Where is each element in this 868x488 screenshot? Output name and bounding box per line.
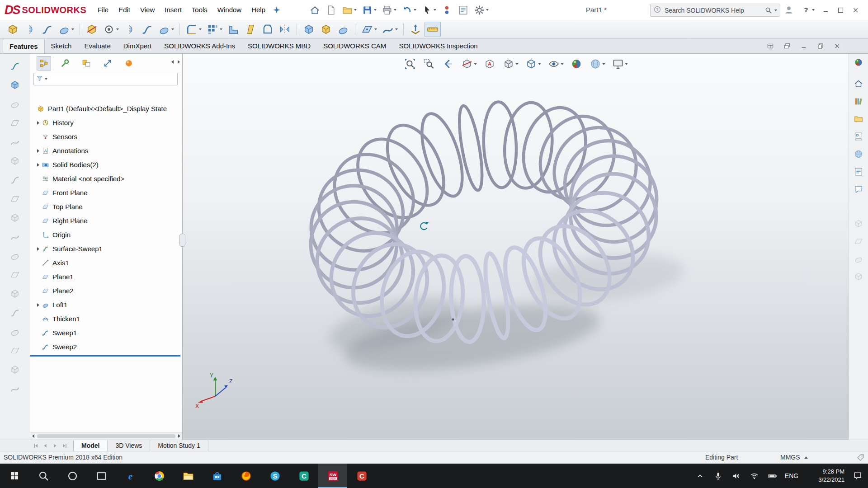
untrim-surface-button[interactable] [8, 268, 22, 282]
tab-3d-views[interactable]: 3D Views [108, 440, 150, 451]
menu-edit[interactable]: Edit [113, 0, 135, 20]
previous-view-button[interactable] [440, 56, 456, 71]
view-palette-button[interactable] [852, 130, 865, 143]
taskbar-search-button[interactable] [29, 464, 58, 488]
view-orientation-button[interactable] [500, 56, 520, 71]
section-view-button[interactable] [459, 56, 478, 71]
tab-model[interactable]: Model [73, 440, 108, 451]
extend-surface-button[interactable] [8, 230, 22, 244]
hidden-icons-button[interactable] [691, 462, 709, 488]
menu-file[interactable]: File [93, 0, 113, 20]
zoom-to-area-button[interactable] [421, 56, 437, 71]
hide-show-items-button[interactable] [546, 56, 565, 71]
pane-tool-2-button[interactable] [852, 235, 865, 248]
revolved-boss-base-button[interactable] [22, 22, 38, 37]
swept-surface-button[interactable] [8, 59, 22, 73]
expand-arrow[interactable] [35, 149, 42, 153]
user-account-button[interactable] [782, 4, 796, 16]
edit-appearance-button[interactable] [568, 56, 584, 71]
close-window-button[interactable] [850, 5, 861, 15]
instant3d-button[interactable] [407, 22, 424, 37]
measure-button[interactable] [425, 22, 441, 37]
file-properties-button[interactable] [456, 3, 471, 17]
previous-tab-button[interactable] [41, 442, 50, 450]
extruded-boss-base-button[interactable] [5, 22, 21, 37]
task-pane-welcome-button[interactable] [852, 56, 865, 69]
tree-item-axis1[interactable]: Axis1 [35, 256, 182, 270]
tree-item-origin[interactable]: Origin [35, 228, 182, 242]
menu-insert[interactable]: Insert [160, 0, 187, 20]
appearances-scenes-button[interactable] [852, 148, 865, 160]
replace-face-button[interactable] [8, 382, 22, 395]
displaymanager-tab[interactable] [122, 56, 136, 70]
unit-system-selector[interactable]: MMGS [780, 454, 808, 461]
tab-sketch[interactable]: Sketch [45, 39, 78, 53]
network-button[interactable] [745, 462, 763, 488]
open-document-button[interactable] [340, 3, 359, 17]
tab-motion-study-1[interactable]: Motion Study 1 [150, 440, 208, 451]
menu-help[interactable]: Help [246, 0, 270, 20]
dimxpertmanager-tab[interactable] [100, 56, 115, 70]
tab-features[interactable]: Features [3, 39, 45, 53]
tree-item-material-not-specified[interactable]: Material <not specified> [35, 172, 182, 186]
tree-item-surface-sweep1[interactable]: Surface-Sweep1 [35, 242, 182, 256]
revolved-cut-button[interactable] [122, 22, 138, 37]
panel-splitter-handle[interactable] [179, 234, 185, 247]
pane-tool-4-button[interactable] [852, 270, 865, 283]
last-tab-button[interactable] [60, 442, 69, 450]
thickened-cut-button[interactable] [8, 325, 22, 338]
tree-root-part[interactable]: Part1 (Default<<Default>_Display State [35, 102, 182, 116]
offset-surface-button[interactable] [8, 192, 22, 206]
tab-solidworks-inspection[interactable]: SOLIDWORKS Inspection [392, 39, 484, 53]
ruled-surface-button[interactable] [8, 211, 22, 225]
expand-arrow[interactable] [35, 121, 42, 125]
solidworks-resources-button[interactable] [852, 77, 865, 90]
camtasia-button[interactable]: C [289, 464, 318, 488]
action-center-button[interactable] [847, 464, 868, 488]
cortana-button[interactable] [58, 464, 87, 488]
camtasia-recorder-button[interactable]: C [347, 464, 376, 488]
tree-item-solid-bodies-2[interactable]: Solid Bodies(2) [35, 158, 182, 172]
tree-item-sweep2[interactable]: Sweep2 [35, 340, 182, 354]
hscroll-left-icon[interactable] [32, 434, 34, 438]
tree-item-plane2[interactable]: Plane2 [35, 284, 182, 298]
lofted-surface-button[interactable] [8, 97, 22, 111]
pane-tool-3-button[interactable] [852, 253, 865, 265]
rib-button[interactable] [225, 22, 241, 37]
tree-filter-input[interactable] [49, 75, 175, 83]
home-button[interactable] [307, 3, 322, 17]
zoom-to-fit-button[interactable] [402, 56, 418, 71]
tree-item-sensors[interactable]: Sensors [35, 130, 182, 144]
expand-arrow[interactable] [35, 163, 42, 167]
tree-item-plane1[interactable]: Plane1 [35, 270, 182, 284]
knit-surface-button[interactable] [8, 287, 22, 300]
first-tab-button[interactable] [32, 442, 40, 450]
skype-button[interactable]: S [260, 464, 289, 488]
search-input[interactable] [664, 6, 762, 14]
menu-window[interactable]: Window [212, 0, 246, 20]
tab-solidworks-cam[interactable]: SOLIDWORKS CAM [317, 39, 392, 53]
tree-item-history[interactable]: History [35, 116, 182, 130]
tree-horizontal-scrollbar[interactable] [30, 432, 182, 440]
lofted-cut-button[interactable] [156, 22, 176, 37]
firefox-button[interactable] [231, 464, 260, 488]
file-explorer-button[interactable] [852, 113, 865, 125]
save-button[interactable] [360, 3, 378, 17]
swept-boss-base-button[interactable] [39, 22, 55, 37]
microphone-button[interactable] [709, 462, 727, 488]
scroll-right-icon[interactable] [178, 60, 180, 64]
help-button[interactable]: ? [799, 4, 816, 16]
intersect-button[interactable] [318, 22, 334, 37]
trim-surface-button[interactable] [8, 249, 22, 263]
graphics-area[interactable]: A Y Z X [183, 54, 849, 440]
scroll-left-icon[interactable] [171, 60, 174, 64]
apply-scene-button[interactable] [587, 56, 607, 71]
language-indicator[interactable]: ENG [781, 472, 802, 479]
dynamic-annotation-views-button[interactable]: A [481, 56, 497, 71]
battery-button[interactable] [763, 462, 781, 488]
tab-evaluate[interactable]: Evaluate [78, 39, 117, 53]
swept-cut-button[interactable] [139, 22, 155, 37]
tree-item-loft1[interactable]: Loft1 [35, 298, 182, 312]
minimize-document-button[interactable] [798, 41, 809, 51]
arrange-windows-button[interactable] [782, 41, 793, 51]
